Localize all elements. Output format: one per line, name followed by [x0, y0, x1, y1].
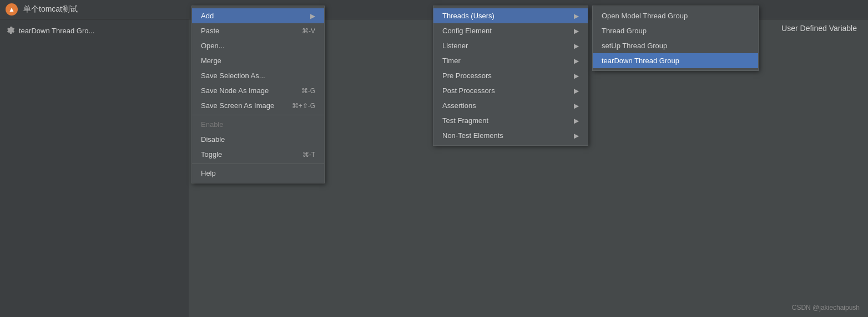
menu-item-assertions[interactable]: Assertions ▶ — [433, 98, 588, 113]
menu-item-open[interactable]: Open... — [192, 38, 324, 53]
menu-item-post-processors-label: Post Processors — [442, 86, 495, 95]
menu-item-open-model-thread-group-label: Open Model Thread Group — [602, 12, 688, 20]
sidebar: tearDown Thread Gro... — [0, 19, 189, 317]
menu-item-timer-label: Timer — [442, 57, 461, 65]
menu-item-help-label: Help — [201, 169, 216, 177]
menu-item-save-node-image[interactable]: Save Node As Image ⌘-G — [192, 83, 324, 98]
menu-item-listener-arrow: ▶ — [574, 42, 579, 50]
menu-item-enable: Enable — [192, 117, 324, 132]
menu-item-merge-label: Merge — [201, 57, 221, 65]
menu-item-open-model-thread-group[interactable]: Open Model Thread Group — [593, 8, 758, 23]
menu-item-non-test-elements-label: Non-Test Elements — [442, 131, 503, 140]
app-icon: ▲ — [6, 3, 18, 16]
menu-item-merge[interactable]: Merge — [192, 53, 324, 68]
content-area-title: User Defined Variable — [781, 24, 857, 33]
app-title: 单个tomcat测试 — [23, 4, 78, 14]
gear-icon — [7, 26, 16, 35]
menu-item-add-label: Add — [201, 12, 214, 20]
menu-item-pre-processors-label: Pre Processors — [442, 71, 492, 80]
menu-item-paste-label: Paste — [201, 27, 219, 35]
watermark: CSDN @jakiechaipush — [792, 304, 860, 311]
menu-item-non-test-elements[interactable]: Non-Test Elements ▶ — [433, 128, 588, 143]
menu-item-save-screen-image-shortcut: ⌘+⇧-G — [292, 102, 315, 110]
menu-item-threads-users-label: Threads (Users) — [442, 12, 494, 20]
sidebar-item-teardown[interactable]: tearDown Thread Gro... — [0, 24, 189, 37]
menu-item-open-label: Open... — [201, 42, 225, 50]
menu-item-threads-users[interactable]: Threads (Users) ▶ — [433, 8, 588, 23]
menu-item-setup-thread-group[interactable]: setUp Thread Group — [593, 38, 758, 53]
menu-item-save-screen-image[interactable]: Save Screen As Image ⌘+⇧-G — [192, 98, 324, 113]
menu-item-save-node-image-shortcut: ⌘-G — [301, 87, 315, 95]
menu-item-teardown-thread-group-label: tearDown Thread Group — [602, 57, 679, 65]
menu-item-toggle[interactable]: Toggle ⌘-T — [192, 147, 324, 162]
menu-item-threads-arrow: ▶ — [574, 12, 579, 20]
menu-item-pre-processors[interactable]: Pre Processors ▶ — [433, 68, 588, 83]
menu-item-test-fragment-arrow: ▶ — [574, 117, 579, 125]
menu-item-non-test-elements-arrow: ▶ — [574, 132, 579, 140]
menu-item-post-processors[interactable]: Post Processors ▶ — [433, 83, 588, 98]
menu-item-thread-group[interactable]: Thread Group — [593, 23, 758, 38]
menu-item-help[interactable]: Help — [192, 166, 324, 181]
context-menu-threads[interactable]: Open Model Thread Group Thread Group set… — [592, 6, 759, 71]
menu-item-toggle-label: Toggle — [201, 150, 222, 158]
menu-item-add[interactable]: Add ▶ — [192, 8, 324, 23]
menu-item-config-label: Config Element — [442, 27, 492, 35]
menu-item-listener[interactable]: Listener ▶ — [433, 38, 588, 53]
menu-item-test-fragment[interactable]: Test Fragment ▶ — [433, 113, 588, 128]
menu-item-config-arrow: ▶ — [574, 27, 579, 35]
menu-item-save-screen-image-label: Save Screen As Image — [201, 101, 274, 110]
menu-item-setup-thread-group-label: setUp Thread Group — [602, 42, 667, 50]
context-menu-main[interactable]: Add ▶ Paste ⌘-V Open... Merge Save Selec… — [191, 6, 325, 183]
menu-item-paste-shortcut: ⌘-V — [302, 27, 315, 35]
sidebar-item-label: tearDown Thread Gro... — [19, 27, 94, 35]
menu-item-test-fragment-label: Test Fragment — [442, 116, 488, 125]
context-menu-add[interactable]: Threads (Users) ▶ Config Element ▶ Liste… — [433, 6, 588, 146]
menu-item-config-element[interactable]: Config Element ▶ — [433, 23, 588, 38]
menu-item-teardown-thread-group[interactable]: tearDown Thread Group — [593, 53, 758, 68]
menu-item-save-selection[interactable]: Save Selection As... — [192, 68, 324, 83]
menu-item-pre-processors-arrow: ▶ — [574, 72, 579, 80]
menu-item-enable-label: Enable — [201, 120, 223, 129]
separator-2 — [192, 163, 324, 164]
menu-item-assertions-arrow: ▶ — [574, 102, 579, 110]
app-icon-symbol: ▲ — [8, 6, 15, 13]
menu-item-listener-label: Listener — [442, 42, 468, 50]
menu-item-assertions-label: Assertions — [442, 101, 476, 110]
menu-item-add-arrow: ▶ — [310, 12, 315, 20]
menu-item-timer-arrow: ▶ — [574, 57, 579, 65]
menu-item-post-processors-arrow: ▶ — [574, 87, 579, 95]
menu-item-toggle-shortcut: ⌘-T — [302, 151, 315, 158]
menu-item-disable-label: Disable — [201, 135, 225, 144]
menu-item-paste[interactable]: Paste ⌘-V — [192, 23, 324, 38]
separator-1 — [192, 115, 324, 115]
menu-item-timer[interactable]: Timer ▶ — [433, 53, 588, 68]
menu-item-save-selection-label: Save Selection As... — [201, 71, 265, 80]
menu-item-thread-group-label: Thread Group — [602, 27, 647, 35]
menu-item-disable[interactable]: Disable — [192, 132, 324, 147]
menu-item-save-node-image-label: Save Node As Image — [201, 86, 269, 95]
